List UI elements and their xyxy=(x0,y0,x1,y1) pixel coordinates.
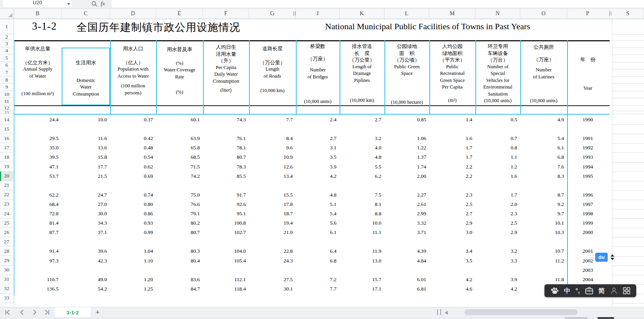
cell-B32[interactable]: 136.5 xyxy=(14,284,59,294)
prev-sheet-button[interactable] xyxy=(18,308,26,316)
cell-K26[interactable]: 11.1 xyxy=(340,228,381,237)
cell-B24[interactable]: 72.8 xyxy=(14,209,59,218)
cell-C20[interactable]: 21.5 xyxy=(62,172,107,181)
first-sheet-button[interactable] xyxy=(4,308,12,316)
cell-J16[interactable]: 2.7 xyxy=(296,134,336,143)
cell-B31[interactable]: 110.7 xyxy=(14,275,59,284)
row-header-4[interactable]: 4 xyxy=(0,48,13,55)
cell-L14[interactable]: 0.85 xyxy=(384,115,426,124)
cell-G29[interactable]: 24.3 xyxy=(249,256,293,266)
cell-B18[interactable]: 39.5 xyxy=(14,152,59,162)
cell-L32[interactable]: 6.81 xyxy=(384,284,426,294)
cell-F23[interactable]: 92.6 xyxy=(203,200,246,209)
cell-F17[interactable]: 78.1 xyxy=(203,143,246,152)
cell-D31[interactable]: 1.20 xyxy=(110,275,153,284)
cell-M25[interactable]: 2.9 xyxy=(429,218,472,228)
header-cell-O[interactable]: 公共厕所（万座）Numberof Latrines(10,000 units) xyxy=(520,41,567,105)
cell-O24[interactable]: 9.7 xyxy=(520,209,564,218)
row-header-29[interactable]: 29 xyxy=(0,256,13,266)
cell-M16[interactable]: 1.6 xyxy=(429,134,472,143)
cell-L26[interactable]: 3.71 xyxy=(384,228,426,237)
drag-handle-icon[interactable] xyxy=(590,252,594,262)
row-header-33[interactable]: 33 xyxy=(0,294,13,303)
cell-P17[interactable]: 1992 xyxy=(566,143,610,152)
last-sheet-button[interactable] xyxy=(42,308,51,316)
column-header-F[interactable]: F xyxy=(203,9,249,18)
cell-G16[interactable]: 8.4 xyxy=(249,134,293,143)
toolbox-icon[interactable] xyxy=(585,287,593,294)
row-header-32[interactable]: 32 xyxy=(0,284,13,294)
column-header-G[interactable]: G xyxy=(249,9,296,18)
cell-G28[interactable]: 22.8 xyxy=(249,246,293,256)
cell-D28[interactable]: 1.04 xyxy=(110,246,153,256)
cell-L31[interactable]: 6.01 xyxy=(384,275,426,284)
user-icon[interactable] xyxy=(610,287,618,294)
cell-K32[interactable]: 17.1 xyxy=(340,284,381,294)
cell-F26[interactable]: 102.7 xyxy=(203,228,246,237)
cell-L24[interactable]: 2.99 xyxy=(384,209,426,218)
cell-J18[interactable]: 3.5 xyxy=(296,152,336,162)
cell-M32[interactable]: 4.6 xyxy=(429,284,472,294)
cell-L29[interactable]: 4.84 xyxy=(384,256,426,266)
row-header-11[interactable]: 11 xyxy=(0,98,13,105)
sheet-tab-3-1-2[interactable]: 3-1-2 xyxy=(55,307,91,317)
column-header-N[interactable]: N xyxy=(475,9,520,18)
header-cell-E[interactable]: 用水普及率(%)Water CoverageRate(%) xyxy=(156,41,203,105)
row-header-8[interactable]: 8 xyxy=(0,76,13,84)
column-header-M[interactable]: M xyxy=(429,9,475,18)
cell-L28[interactable]: 4.39 xyxy=(384,246,426,256)
cell-B26[interactable]: 87.7 xyxy=(14,228,59,237)
cell-M22[interactable]: 2.3 xyxy=(429,190,472,200)
cell-L17[interactable]: 1.22 xyxy=(384,143,426,152)
cell-G22[interactable]: 15.5 xyxy=(249,190,293,200)
cell-N14[interactable]: 0.5 xyxy=(475,115,517,124)
cell-F28[interactable]: 104.0 xyxy=(203,246,246,256)
cell-G18[interactable]: 10.9 xyxy=(249,152,293,162)
paw-icon[interactable] xyxy=(550,287,559,295)
cell-G24[interactable]: 18.7 xyxy=(249,209,293,218)
cell-C19[interactable]: 17.7 xyxy=(62,162,107,172)
app-grid-icon[interactable] xyxy=(623,287,630,294)
cell-P20[interactable]: 1995 xyxy=(566,172,610,181)
table-title-en[interactable]: National Municipal Public Facilities of … xyxy=(325,21,530,32)
column-header-B[interactable]: B xyxy=(14,9,62,18)
header-cell-J[interactable]: 桥梁数（万座）Numberof Bridges(10,000 units) xyxy=(296,41,340,105)
cell-P30[interactable]: 2003 xyxy=(566,266,610,275)
cell-G31[interactable]: 27.5 xyxy=(249,275,293,284)
cell-M29[interactable]: 3.5 xyxy=(429,256,472,266)
select-all-corner[interactable] xyxy=(0,9,14,18)
cell-M28[interactable]: 3.4 xyxy=(429,246,472,256)
column-header-C[interactable]: C xyxy=(62,9,110,18)
cell-D20[interactable]: 0.69 xyxy=(110,172,153,181)
cell-F29[interactable]: 105.4 xyxy=(203,256,246,266)
cell-P31[interactable]: 2004 xyxy=(566,275,610,284)
cell-N29[interactable]: 3.3 xyxy=(475,256,517,266)
cell-N19[interactable]: 1.2 xyxy=(475,162,517,172)
header-cell-N[interactable]: 环卫专用车辆设备（万台）Number ofSpecialVehicles for… xyxy=(475,41,520,105)
cell-J28[interactable]: 6.4 xyxy=(296,246,336,256)
arrow-up-icon[interactable] xyxy=(610,254,614,257)
row-header-17[interactable]: 17 xyxy=(0,143,13,152)
du-logo[interactable]: du xyxy=(595,253,608,262)
cell-N18[interactable]: 1.1 xyxy=(475,152,517,162)
cell-N31[interactable]: 3.9 xyxy=(475,275,517,284)
cell-E31[interactable]: 83.6 xyxy=(156,275,200,284)
pane-splitter[interactable] xyxy=(437,309,441,315)
row-header-23[interactable]: 23 xyxy=(0,200,13,209)
cell-N16[interactable]: 0.7 xyxy=(475,134,517,143)
cell-D24[interactable]: 0.86 xyxy=(110,209,153,218)
row-header-30[interactable]: 30 xyxy=(0,266,13,275)
row-header-28[interactable]: 28 xyxy=(0,246,13,256)
cell-M19[interactable]: 2.2 xyxy=(429,162,472,172)
cell-E22[interactable]: 75.0 xyxy=(156,190,200,200)
cell-M18[interactable]: 1.7 xyxy=(429,152,472,162)
name-box-dropdown-icon[interactable] xyxy=(67,3,70,5)
cell-F32[interactable]: 118.4 xyxy=(203,284,246,294)
cell-O18[interactable]: 6.8 xyxy=(520,152,564,162)
cell-N20[interactable]: 1.6 xyxy=(475,172,517,181)
cell-K24[interactable]: 8.8 xyxy=(340,209,381,218)
cell-K17[interactable]: 4.0 xyxy=(340,143,381,152)
cell-N17[interactable]: 0.8 xyxy=(475,143,517,152)
cell-L25[interactable]: 3.32 xyxy=(384,218,426,228)
cell-M20[interactable]: 2.2 xyxy=(429,172,472,181)
